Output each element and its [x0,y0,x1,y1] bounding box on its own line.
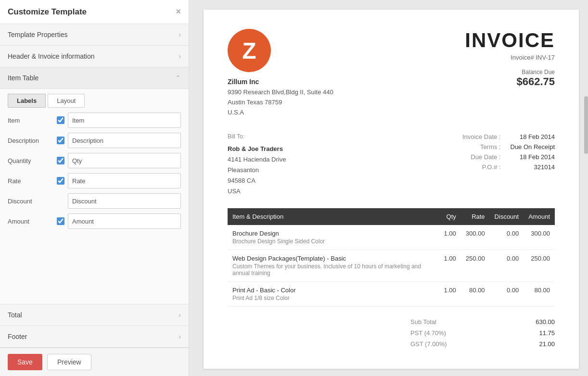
col-qty: Qty [439,208,461,225]
item-rate: 250.00 [461,250,490,282]
logo-letter: Z [242,38,256,64]
client-city: Pleasanton [228,165,286,175]
save-button[interactable]: Save [8,354,42,370]
tab-labels[interactable]: Labels [8,94,46,108]
field-checkbox-rate[interactable] [53,177,68,185]
invoice-number: Invoice# INV-17 [465,54,555,61]
client-name: Rob & Joe Traders [228,144,286,154]
table-row: Print Ad - Basic - Color Print Ad 1/8 si… [228,282,555,307]
balance-due-label: Balance Due [465,69,555,75]
field-label-rate: Rate [8,177,53,185]
item-table-label: Item Table [8,74,38,82]
field-checkbox-amount[interactable] [53,217,68,225]
item-rate: 300.00 [461,225,490,250]
item-discount: 0.00 [490,225,524,250]
checkbox-rate[interactable] [57,177,64,185]
item-description: Brochure Design Single Sided Color [232,238,435,245]
field-checkbox-item[interactable] [53,116,68,124]
client-address1: 4141 Hacienda Drive [228,154,286,165]
footer-label: Footer [8,333,27,340]
totals-section: Sub Total630.00PST (4.70%)11.75GST (7.00… [228,316,555,350]
totals-label: PST (4.70%) [410,329,446,337]
items-table-header: Item & Description Qty Rate Discount Amo… [228,208,555,225]
section-template-properties[interactable]: Template Properties › [0,24,189,46]
field-input-discount[interactable] [68,193,181,209]
item-amount: 300.00 [524,225,555,250]
company-block: Z Zillum Inc 9390 Research Blvd,Bldg II,… [228,29,333,117]
panel-footer: Save Preview [0,348,189,376]
invoice-top: Z Zillum Inc 9390 Research Blvd,Bldg II,… [228,29,555,117]
right-panel: Z Zillum Inc 9390 Research Blvd,Bldg II,… [189,0,588,376]
tab-layout[interactable]: Layout [48,94,85,108]
detail-label: Due Date : [453,152,501,162]
field-input-rate[interactable] [68,173,181,188]
section-item-table[interactable]: Item Table ⌃ [0,67,189,89]
item-cell: Web Design Packages(Template) - Basic Cu… [228,250,439,282]
field-input-item[interactable] [68,113,181,128]
item-description: Custom Themes for your business. Inclusi… [232,263,435,276]
section-header-invoice[interactable]: Header & Invoice information › [0,46,189,67]
chevron-up-icon: ⌃ [175,74,181,82]
invoice-meta: Bill To: Rob & Joe Traders 4141 Hacienda… [228,132,555,197]
invoice-paper: Z Zillum Inc 9390 Research Blvd,Bldg II,… [204,10,579,369]
checkbox-description[interactable] [57,137,64,144]
field-input-amount[interactable] [68,213,181,229]
totals-value: 21.00 [539,340,555,348]
item-discount: 0.00 [490,250,524,282]
field-label-amount: Amount [8,218,53,225]
detail-row: Terms :Due On Receipt [453,142,555,152]
field-label-item: Item [8,117,53,124]
col-item-desc: Item & Description [228,208,439,225]
scrollbar-indicator[interactable] [584,96,588,154]
item-rate: 80.00 [461,282,490,307]
tab-bar: Labels Layout [0,89,189,108]
left-panel: Customize Template × Template Properties… [0,0,189,376]
field-checkbox-quantity[interactable] [53,157,68,164]
detail-value: 18 Feb 2014 [501,152,555,162]
col-discount: Discount [490,208,524,225]
section-footer[interactable]: Footer › [0,326,189,348]
field-row-rate: Rate [8,173,181,188]
section-total[interactable]: Total › [0,304,189,326]
item-cell: Brochure Design Brochure Design Single S… [228,225,439,250]
chevron-right-icon: › [179,31,181,38]
field-label-discount: Discount [8,198,53,205]
panel-header: Customize Template × [0,0,189,24]
close-button[interactable]: × [176,7,181,17]
item-qty: 1.00 [439,282,461,307]
checkbox-quantity[interactable] [57,157,64,164]
checkbox-item[interactable] [57,116,64,124]
chevron-right-icon: › [179,311,181,319]
field-label-description: Description [8,137,53,144]
header-invoice-label: Header & Invoice information [8,52,95,60]
invoice-number-value: INV-17 [536,54,555,61]
invoice-details-table: Invoice Date :18 Feb 2014Terms :Due On R… [453,132,555,197]
company-address-line2: Austin Texas 78759 [228,98,333,108]
company-address: 9390 Research Blvd,Bldg II, Suite 440 Au… [228,88,333,117]
field-input-description[interactable] [68,133,181,148]
detail-row: Due Date :18 Feb 2014 [453,152,555,162]
item-discount: 0.00 [490,282,524,307]
items-table: Item & Description Qty Rate Discount Amo… [228,208,555,307]
totals-row: GST (7.00%)21.00 [410,338,555,350]
checkbox-amount[interactable] [57,217,64,225]
table-row: Brochure Design Brochure Design Single S… [228,225,555,250]
detail-label: Invoice Date : [453,132,501,142]
field-row-amount: Amount [8,213,181,229]
bill-to-block: Bill To: Rob & Joe Traders 4141 Hacienda… [228,132,286,197]
total-label: Total [8,311,22,319]
field-rows: Item Description Quantity [0,108,189,238]
company-name: Zillum Inc [228,78,333,86]
field-label-quantity: Quantity [8,157,53,164]
template-properties-label: Template Properties [8,31,68,38]
client-zip: 94588 CA [228,175,286,186]
item-qty: 1.00 [439,225,461,250]
invoice-title-block: INVOICE Invoice# INV-17 Balance Due $662… [465,29,555,88]
details-table: Invoice Date :18 Feb 2014Terms :Due On R… [453,132,555,172]
field-input-quantity[interactable] [68,153,181,168]
field-row-description: Description [8,133,181,148]
preview-button[interactable]: Preview [47,354,91,370]
field-checkbox-description[interactable] [53,137,68,144]
company-address-line1: 9390 Research Blvd,Bldg II, Suite 440 [228,88,333,98]
detail-label: P.O.# : [453,162,501,172]
